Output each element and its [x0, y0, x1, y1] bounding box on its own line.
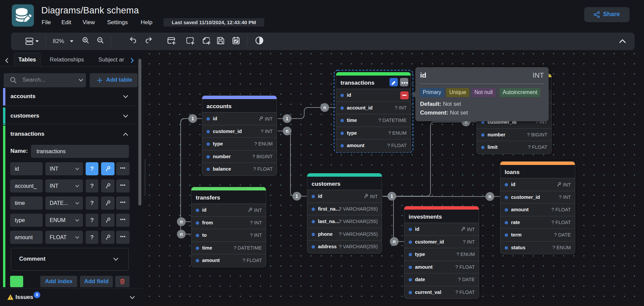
- svg-text:1: 1: [390, 193, 393, 199]
- svg-text:n: n: [393, 239, 396, 244]
- svg-text:1: 1: [191, 116, 194, 121]
- svg-text:n: n: [180, 219, 183, 224]
- svg-text:n: n: [180, 231, 183, 237]
- svg-text:1: 1: [295, 193, 298, 199]
- svg-text:n: n: [323, 105, 326, 110]
- svg-text:n: n: [286, 128, 289, 134]
- svg-text:1: 1: [286, 116, 288, 121]
- svg-text:n: n: [489, 194, 492, 199]
